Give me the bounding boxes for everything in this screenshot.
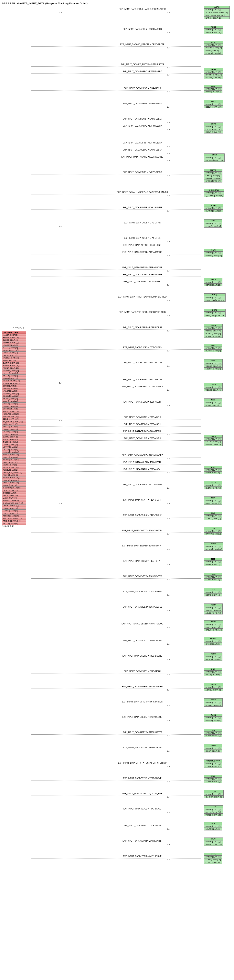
target-entity: T149CMANDT [CLNT (3)]BWTTY [CHAR (1)] bbox=[204, 527, 222, 535]
source-field: ABELN [CHAR (10)] bbox=[2, 514, 26, 517]
edge-label: EXP_INPUT_DATA-BWTTY = T149C-BWTTY bbox=[90, 530, 194, 531]
source-field: MEINS [UNIT (3)] bbox=[2, 463, 26, 466]
cardinality-right: 1..N bbox=[167, 106, 170, 108]
target-entity: TMSI2MANDT [CLNT (3)]SIKGR [CHAR (3)] bbox=[204, 744, 222, 752]
target-field: WERKS [CHAR (4)] bbox=[204, 609, 223, 612]
edge-label: EXP_INPUT_DATA-ANFNR = EKKO-EBELN bbox=[90, 102, 194, 105]
target-field: MANDT [CLNT (3)] bbox=[204, 840, 223, 843]
target-field: MANDT [CLNT (3)] bbox=[204, 560, 222, 563]
source-field: QSSYS [CHAR (4)] bbox=[2, 433, 26, 436]
cardinality-right: 0..N bbox=[167, 765, 170, 767]
target-field: MANDT [CLNT (3)] bbox=[204, 29, 223, 31]
target-entity: J_1AINFT20MANDT [CLNT (3)]J_1AINDX [CHAR… bbox=[204, 189, 224, 197]
target-field: BWTTY [CHAR (1)] bbox=[204, 533, 222, 535]
target-field: SAISO [CHAR (4)] bbox=[204, 643, 222, 646]
cardinality-right: 1..N bbox=[167, 210, 170, 212]
source-field: INFNR [CHAR (10)] bbox=[2, 349, 26, 352]
source-header: EXP_INPUT_DATA bbox=[2, 331, 26, 334]
target-entity: KNA1MANDT [CLNT (3)]KUNNR [CHAR (10)] bbox=[204, 204, 223, 212]
target-entity: T007AMANDT [CLNT (3)]KALSM [CHAR (6)]MWS… bbox=[204, 435, 223, 446]
source-field: GEWEI [UNIT (3)] bbox=[2, 385, 26, 387]
page-title: SAP ABAP table EXP_INPUT_DATA {Progress … bbox=[2, 2, 234, 5]
cardinality-right: 1..N bbox=[167, 404, 170, 406]
cardinality-right: 0..N bbox=[167, 609, 170, 611]
edge-label: EXP_INPUT_DATA-SIKGR = TMSI2-SIKGR bbox=[90, 746, 194, 749]
target-header: TMSRM_EHTYP bbox=[204, 759, 222, 762]
target-field: AKTNR [CHAR (10)] bbox=[204, 843, 223, 846]
edge-label: EXP_INPUT_DATA-ABUEB = T163P-ABUEB bbox=[90, 606, 194, 608]
source-top-card: 0..N(N_:N,1,) bbox=[13, 327, 24, 329]
source-field: J_1BNBM [CHAR (16)] bbox=[2, 487, 26, 489]
target-header: T001 bbox=[204, 344, 222, 347]
target-header: RDPR bbox=[204, 324, 223, 327]
target-header: T149C bbox=[204, 527, 222, 530]
target-entity: T163PMANDT [CLNT (3)]WERKS [CHAR (4)]ABU… bbox=[204, 603, 223, 614]
target-header: T007A bbox=[204, 435, 223, 438]
edge-label: EXP_INPUT_DATA-MFRNR = LFA1-LIFNR bbox=[90, 244, 194, 246]
edge-label: EXP_INPUT_DATA-LMEIN = T006-MSEHI bbox=[90, 416, 194, 418]
target-field: MANDT [CLNT (3)] bbox=[204, 103, 223, 106]
source-field: SIKGR [CHAR (10)] bbox=[2, 466, 26, 469]
target-field: MANDT [CLNT (3)] bbox=[204, 762, 222, 765]
edge-label: EXP_INPUT_DATA-TXJCD = TTXJ-TXJCD bbox=[90, 808, 194, 810]
source-field: TXJCD [CHAR (1)] bbox=[2, 441, 26, 443]
target-field: WERKS [CHAR (4)] bbox=[204, 365, 223, 368]
target-entity: T001WMANDT [CLNT (3)]WERKS [CHAR (4)] bbox=[204, 383, 223, 391]
target-entity: ADRCCLIENT [CLNT (3)]ADDRNUMBER [CHAR (1… bbox=[204, 6, 230, 19]
target-field: MANDT [CLNT (3)] bbox=[204, 207, 223, 210]
source-field: AGMEM [CHAR (3)] bbox=[2, 369, 26, 372]
target-field: MANDT [CLNT (3)] bbox=[204, 514, 222, 517]
target-field: MANDT [CLNT (3)] bbox=[204, 640, 222, 643]
source-field: AKTNR [CHAR (10)] bbox=[2, 458, 26, 461]
source-field: MTART [CHAR (4)] bbox=[2, 390, 26, 392]
target-header: T001W bbox=[204, 383, 223, 386]
target-field: MANDT [CLNT (3)] bbox=[204, 825, 222, 828]
cardinality-right: 1..N bbox=[167, 350, 170, 352]
edge-label: EXP_INPUT_DATA-PRIO_URG = PURG-PRIO_URG bbox=[90, 311, 194, 313]
cardinality-right: 0..N bbox=[167, 689, 170, 691]
cardinality-right: 1..N bbox=[167, 533, 170, 535]
cardinality-right: 1..N bbox=[167, 796, 170, 798]
edge-label: EXP_INPUT_DATA-PSTYP = T163-PSTYP bbox=[90, 560, 194, 562]
source-field: KOLIF [CHAR (10)] bbox=[2, 438, 26, 441]
target-header: TMQ2 bbox=[204, 714, 223, 716]
target-header: T163P bbox=[204, 603, 223, 606]
source-field: LTSNR [CHAR (6)] bbox=[2, 443, 26, 446]
cardinality-right: 0..N bbox=[167, 11, 170, 14]
source-field: LGORT [CHAR (3)] bbox=[2, 344, 26, 347]
edge-label: EXP_INPUT_DATA-KOLIF = LFA1-LIFNR bbox=[90, 237, 194, 239]
target-field: LAND1 [CHAR (3)] bbox=[204, 626, 223, 628]
target-field: MANDT [CLNT (3)] bbox=[204, 296, 226, 299]
source-field: SORKZ [CHAR (1)] bbox=[2, 405, 26, 408]
target-entity: T134MANDT [CLNT (3)]MTART [CHAR (4)] bbox=[204, 496, 222, 505]
target-field: DATE_FROM [DATS (8)] bbox=[204, 14, 230, 17]
target-field: PSTYP [CHAR (1)] bbox=[204, 563, 222, 566]
source-field: PEINH [DEC (5)] bbox=[2, 359, 26, 362]
target-header: T134 bbox=[204, 496, 222, 499]
target-field: EVERS [CHAR (2)] bbox=[204, 487, 222, 489]
source-field: PSTYP [CHAR (1)] bbox=[2, 372, 26, 375]
target-header: PREQ bbox=[204, 293, 226, 296]
cardinality-right: 0..N bbox=[167, 548, 170, 550]
target-header: TVLK bbox=[204, 822, 222, 825]
edge-label: EXP_INPUT_DATA-ZGTYP = TQ05-ZGTYP bbox=[90, 777, 194, 779]
edge-label: EXP_INPUT_DATA-LFRET = TVLK-LFART bbox=[90, 824, 194, 827]
target-header: LFA1 bbox=[204, 220, 222, 222]
edge-label: EXP_INPUT_DATA-UPTYP = TMSI1-UPTYP bbox=[90, 731, 194, 733]
source-field: BWTTY [CHAR (1)] bbox=[2, 436, 26, 438]
source-field: EGLKZ [CHAR (1)] bbox=[2, 402, 26, 405]
target-entity: TVLKMANDT [CLNT (3)]LFART [CHAR (4)] bbox=[204, 822, 222, 830]
source-field: AUREL [CHAR (1)] bbox=[2, 469, 26, 471]
target-header: T001L bbox=[204, 359, 223, 362]
target-field: MANDT [CLNT (3)] bbox=[204, 530, 222, 533]
target-field: MANDT [CLNT (3)] bbox=[204, 327, 223, 329]
target-header: EKPO bbox=[204, 123, 223, 125]
cardinality-right: 1..N bbox=[167, 255, 170, 256]
source-field: ANFNR [CHAR (10)] bbox=[2, 367, 26, 369]
edge-label: EXP_INPUT_DATA-SORKZ = T148-SORKZ bbox=[90, 514, 194, 516]
target-header: ESLH bbox=[204, 153, 224, 156]
target-field: EBELP [NUMC (5)] bbox=[204, 131, 223, 134]
target-field: MANDT [CLNT (3)] bbox=[204, 793, 224, 795]
target-entity: AUKOMANDT [CLNT (3)]ABELN [CHAR (10)] bbox=[204, 25, 223, 34]
source-field: J_1BMATUSE [CHAR (1)] bbox=[2, 502, 26, 504]
